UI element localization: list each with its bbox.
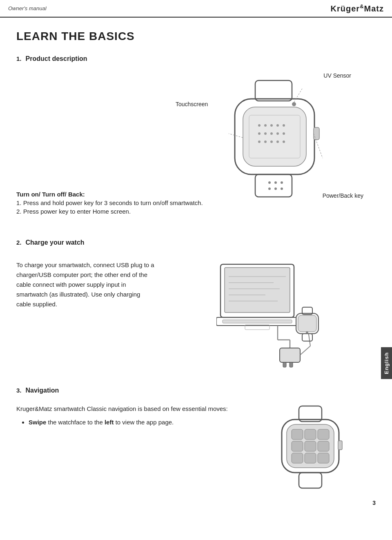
- svg-rect-59: [318, 429, 329, 440]
- svg-point-22: [268, 181, 271, 184]
- svg-point-11: [270, 132, 273, 135]
- svg-point-53: [306, 331, 308, 334]
- svg-point-14: [258, 141, 261, 143]
- page-title: LEARN THE BASICS: [16, 30, 376, 43]
- header: Owner's manual Krüger&Matz: [0, 0, 392, 18]
- page-number: 3: [372, 500, 376, 506]
- swipe-text-after: to view the app page.: [116, 419, 174, 426]
- svg-point-17: [276, 141, 279, 143]
- svg-rect-45: [283, 362, 286, 367]
- svg-point-16: [270, 141, 273, 143]
- brand-name-part1: Krüger: [331, 4, 360, 13]
- svg-rect-65: [318, 453, 329, 463]
- svg-line-47: [300, 346, 310, 355]
- svg-rect-21: [255, 174, 292, 197]
- brand-name-part2: Matz: [364, 4, 384, 13]
- svg-rect-64: [305, 453, 316, 463]
- nav-watch-svg: [274, 404, 347, 490]
- charge-svg: [216, 260, 323, 375]
- svg-rect-46: [290, 362, 293, 367]
- svg-rect-61: [305, 441, 316, 451]
- svg-point-12: [276, 132, 279, 135]
- svg-point-10: [264, 132, 267, 135]
- brand-ampersand: &: [360, 3, 364, 9]
- section-navigation: 3. Navigation Kruger&Matz smartwatch Cla…: [16, 387, 376, 490]
- svg-rect-66: [299, 473, 322, 488]
- svg-line-28: [294, 89, 302, 102]
- svg-rect-67: [338, 441, 342, 450]
- charge-illustration-area: [163, 260, 376, 375]
- nav-text-area: Kruger&Matz smartwatch Classic navigatio…: [16, 404, 245, 490]
- section2-title: Charge your watch: [26, 239, 85, 246]
- svg-rect-63: [292, 453, 303, 463]
- svg-rect-52: [302, 334, 312, 341]
- svg-point-27: [281, 187, 283, 190]
- header-manual-label: Owner's manual: [8, 5, 47, 11]
- nav-content: Kruger&Matz smartwatch Classic navigatio…: [16, 404, 376, 490]
- svg-rect-44: [280, 348, 300, 362]
- svg-point-7: [276, 124, 279, 127]
- label-touchscreen: Touchscreen: [176, 101, 208, 107]
- svg-point-24: [281, 181, 283, 184]
- svg-rect-0: [255, 80, 292, 101]
- svg-rect-20: [314, 127, 319, 140]
- swipe-text-middle: the watchface to the: [48, 419, 105, 426]
- svg-rect-62: [318, 441, 329, 451]
- svg-point-6: [270, 124, 273, 127]
- main-content: LEARN THE BASICS 1. Product description …: [0, 18, 392, 514]
- svg-point-15: [264, 141, 267, 143]
- section1-number: 1.: [16, 55, 22, 62]
- svg-rect-57: [292, 429, 303, 440]
- svg-point-8: [283, 124, 285, 127]
- svg-rect-2: [243, 107, 306, 166]
- section2-number: 2.: [16, 239, 22, 246]
- left-bold: left: [105, 419, 114, 426]
- svg-rect-60: [292, 441, 303, 451]
- svg-point-4: [258, 124, 261, 127]
- svg-rect-32: [225, 268, 290, 312]
- nav-bullet-1: Swipe the watchface to the left to view …: [29, 419, 237, 426]
- svg-point-25: [268, 187, 271, 190]
- charge-description: To charge your smartwatch, connect USB p…: [16, 260, 163, 375]
- section1-title: Product description: [26, 55, 87, 62]
- svg-point-26: [274, 187, 277, 190]
- section3-title: Navigation: [26, 387, 59, 394]
- section-product-description: 1. Product description UV Sensor Touchsc…: [16, 55, 376, 227]
- swipe-bold: Swipe: [29, 419, 46, 426]
- svg-point-5: [264, 124, 267, 127]
- nav-bullet-list: Swipe the watchface to the left to view …: [29, 419, 237, 426]
- charge-description-text: To charge your smartwatch, connect USB p…: [16, 260, 155, 309]
- language-tab: English: [381, 347, 392, 379]
- svg-rect-58: [305, 429, 316, 440]
- watch-diagram: UV Sensor Touchscreen Power/Back key: [172, 68, 376, 215]
- section-charge: 2. Charge your watch To charge your smar…: [16, 239, 376, 375]
- svg-rect-39: [223, 320, 292, 323]
- svg-rect-50: [298, 315, 316, 332]
- svg-line-29: [229, 134, 243, 138]
- svg-point-23: [274, 181, 277, 184]
- watch-svg: [212, 76, 343, 207]
- svg-point-19: [292, 102, 296, 106]
- nav-intro: Kruger&Matz smartwatch Classic navigatio…: [16, 404, 237, 414]
- section3-number: 3.: [16, 387, 22, 394]
- brand-logo: Krüger&Matz: [331, 3, 384, 13]
- svg-point-18: [283, 141, 285, 143]
- svg-point-13: [283, 132, 285, 135]
- charge-content: To charge your smartwatch, connect USB p…: [16, 260, 376, 375]
- nav-illustration-area: [245, 404, 376, 490]
- svg-point-9: [258, 132, 261, 135]
